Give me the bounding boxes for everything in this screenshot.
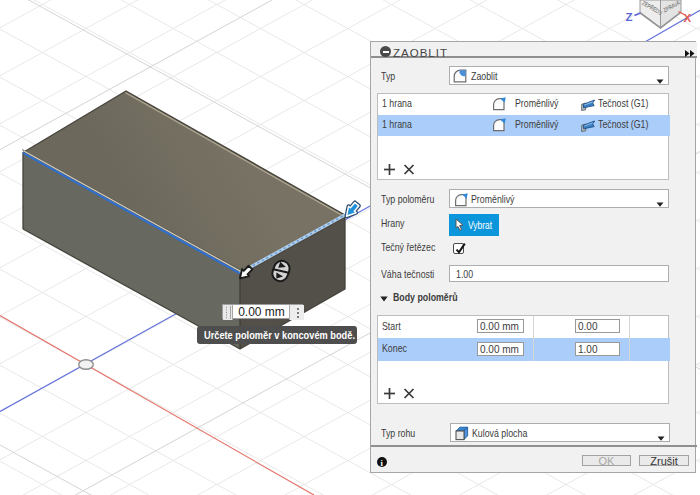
svg-text:X: X <box>684 12 692 24</box>
svg-text:Z: Z <box>626 11 633 23</box>
